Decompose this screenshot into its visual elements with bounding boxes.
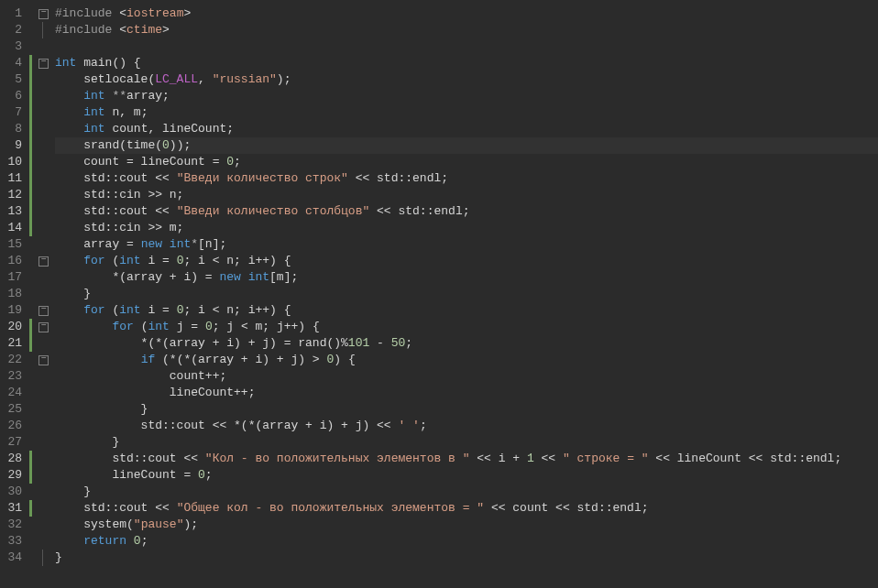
- token: setlocale(: [55, 72, 155, 86]
- line-number: 13: [5, 203, 22, 220]
- code-line[interactable]: std::cout << "Введи количество столбцов"…: [55, 203, 878, 220]
- fold-toggle-icon[interactable]: [35, 319, 51, 335]
- token: **: [112, 89, 126, 103]
- fold-guide: [35, 236, 51, 253]
- token: << lineCount << std::endl;: [649, 452, 842, 465]
- token: n, m;: [112, 105, 148, 119]
- fold-toggle-icon[interactable]: [35, 302, 51, 319]
- code-line[interactable]: int **array;: [55, 88, 878, 104]
- code-line[interactable]: std::cout << "Введи количество строк" <<…: [55, 170, 878, 187]
- code-line[interactable]: for (int i = 0; i < n; i++) {: [55, 253, 878, 269]
- token: 1: [527, 452, 534, 465]
- code-line[interactable]: }: [55, 286, 878, 302]
- line-number: 6: [5, 88, 22, 104]
- code-line[interactable]: int count, lineCount;: [55, 121, 878, 137]
- code-line[interactable]: lineCount++;: [55, 385, 878, 401]
- code-line[interactable]: }: [55, 550, 878, 566]
- fold-guide: [35, 187, 51, 203]
- fold-guide: [35, 484, 51, 500]
- fold-guide: [35, 121, 51, 137]
- line-number: 3: [5, 38, 22, 55]
- token: *(*(array + i) + j) = rand()%: [55, 336, 348, 350]
- code-line[interactable]: [55, 38, 878, 55]
- fold-toggle-icon[interactable]: [35, 55, 51, 71]
- code-line[interactable]: std::cout << "Общее кол - во положительн…: [55, 500, 878, 517]
- fold-toggle-icon[interactable]: [35, 352, 51, 368]
- code-line[interactable]: for (int i = 0; i < n; i++) {: [55, 302, 878, 319]
- token: [55, 320, 112, 333]
- code-line[interactable]: count++;: [55, 368, 878, 385]
- fold-guide: [35, 104, 51, 121]
- token: << std::endl;: [348, 171, 448, 185]
- token: i =: [148, 254, 176, 267]
- line-number: 15: [5, 236, 22, 253]
- token: new: [141, 237, 170, 251]
- token: int: [83, 105, 112, 119]
- code-line[interactable]: array = new int*[n];: [55, 236, 878, 253]
- fold-toggle-icon[interactable]: [35, 253, 51, 269]
- code-line[interactable]: *(*(array + i) + j) = rand()%101 - 50;: [55, 335, 878, 352]
- fold-guide: [35, 71, 51, 88]
- fold-guide: [35, 418, 51, 434]
- token: }: [55, 485, 91, 498]
- code-line[interactable]: int n, m;: [55, 104, 878, 121]
- token: ;: [141, 534, 148, 548]
- token: "Введи количество столбцов": [177, 204, 370, 218]
- fold-guide: [35, 22, 51, 38]
- code-line[interactable]: std::cout << "Кол - во положительных эле…: [55, 451, 878, 467]
- code-line[interactable]: }: [55, 401, 878, 418]
- code-editor[interactable]: 1234567891011121314151617181920212223242…: [0, 0, 878, 588]
- line-number: 31: [5, 500, 22, 517]
- code-line[interactable]: int main() {: [55, 55, 878, 71]
- fold-guide: [35, 154, 51, 170]
- code-line[interactable]: srand(time(0));: [55, 137, 878, 154]
- token: 0: [162, 138, 170, 152]
- line-number: 22: [5, 352, 22, 368]
- token: [55, 254, 83, 267]
- token: }: [55, 550, 62, 564]
- line-number: 20: [5, 319, 22, 335]
- code-line[interactable]: #include <iostream>: [55, 5, 878, 22]
- line-number: 18: [5, 286, 22, 302]
- code-line[interactable]: setlocale(LC_ALL, "russian");: [55, 71, 878, 88]
- token: [55, 353, 141, 366]
- token: ;: [234, 155, 241, 169]
- fold-toggle-icon[interactable]: [35, 5, 51, 22]
- code-line[interactable]: std::cin >> n;: [55, 187, 878, 203]
- code-line[interactable]: }: [55, 434, 878, 451]
- token: ; i < n; i++) {: [184, 254, 291, 267]
- line-number: 17: [5, 269, 22, 286]
- line-number: 7: [5, 104, 22, 121]
- code-line[interactable]: return 0;: [55, 533, 878, 550]
- code-line[interactable]: lineCount = 0;: [55, 467, 878, 484]
- token: i =: [148, 303, 176, 317]
- code-line[interactable]: }: [55, 484, 878, 500]
- token: ;: [205, 468, 213, 482]
- code-line[interactable]: *(array + i) = new int[m];: [55, 269, 878, 286]
- code-line[interactable]: std::cin >> m;: [55, 220, 878, 236]
- code-line[interactable]: system("pause");: [55, 517, 878, 533]
- token: std::cout <<: [55, 171, 177, 185]
- token: [55, 534, 83, 548]
- line-number: 4: [5, 55, 22, 71]
- fold-guide: [35, 517, 51, 533]
- code-line[interactable]: for (int j = 0; j < m; j++) {: [55, 319, 878, 335]
- code-line[interactable]: count = lineCount = 0;: [55, 154, 878, 170]
- fold-guide: [35, 170, 51, 187]
- token: int: [55, 56, 83, 70]
- line-number: 8: [5, 121, 22, 137]
- fold-guide: [35, 38, 51, 55]
- line-number: 32: [5, 517, 22, 533]
- token: [55, 89, 83, 103]
- token: int: [119, 254, 148, 267]
- code-line[interactable]: std::cout << *(*(array + i) + j) << ' ';: [55, 418, 878, 434]
- token: <: [119, 23, 126, 37]
- code-line[interactable]: #include <ctime>: [55, 22, 878, 38]
- token: << i +: [469, 452, 526, 465]
- code-line[interactable]: if (*(*(array + i) + j) > 0) {: [55, 352, 878, 368]
- token: int: [170, 237, 191, 251]
- token: (*(*(array + i) + j) >: [162, 353, 326, 366]
- token: "Введи количество строк": [177, 171, 348, 185]
- code-area[interactable]: #include <iostream>#include <ctime>int m…: [51, 0, 878, 588]
- token: int: [83, 89, 112, 103]
